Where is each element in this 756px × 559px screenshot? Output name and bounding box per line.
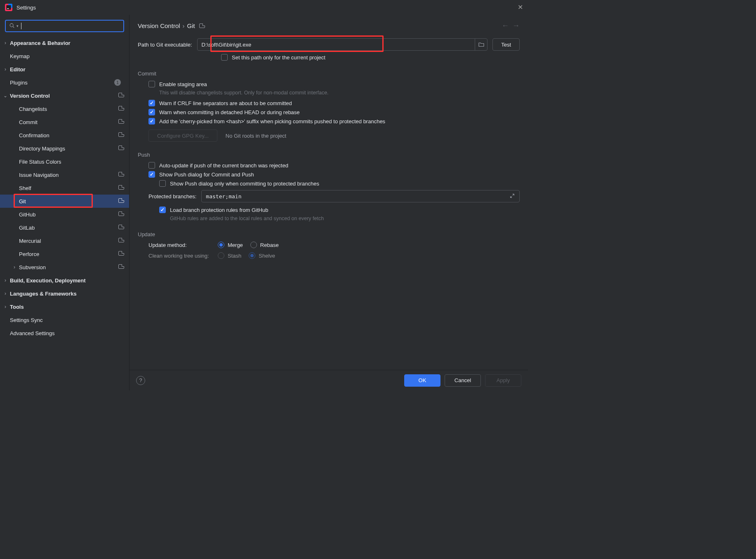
- sidebar: ▾ ›Appearance & Behavior Keymap ›Editor …: [0, 15, 130, 390]
- close-icon[interactable]: ✕: [518, 3, 523, 11]
- clean-tree-row: Clean working tree using: Stash Shelve: [148, 252, 520, 259]
- scope-icon: [118, 251, 124, 257]
- checkbox[interactable]: [148, 118, 155, 124]
- back-icon[interactable]: ←: [502, 21, 509, 30]
- breadcrumb-current: Git: [187, 22, 195, 29]
- scope-icon: [118, 211, 124, 217]
- svg-line-5: [13, 26, 14, 28]
- tree-settings-sync[interactable]: Settings Sync: [0, 313, 129, 326]
- tree-languages[interactable]: ›Languages & Frameworks: [0, 287, 129, 300]
- tree-appearance[interactable]: ›Appearance & Behavior: [0, 36, 129, 49]
- set-path-current-project-row[interactable]: Set this path only for the current proje…: [221, 54, 520, 61]
- update-method-label: Update method:: [148, 242, 210, 248]
- push-section-title: Push: [138, 152, 520, 158]
- checkbox[interactable]: [148, 109, 155, 115]
- breadcrumb: Version Control › Git: [138, 22, 205, 29]
- scope-icon: [118, 238, 124, 244]
- window-title: Settings: [16, 5, 36, 11]
- checkbox[interactable]: [148, 81, 155, 87]
- tree-vcs[interactable]: ⌄Version Control: [0, 89, 129, 102]
- content-panel: Version Control › Git ← → Path to Git ex…: [130, 15, 528, 390]
- svg-point-4: [10, 23, 13, 27]
- protected-branches-input[interactable]: master;main: [201, 190, 520, 202]
- search-icon: [9, 23, 15, 30]
- tree-file-status-colors[interactable]: File Status Colors: [0, 155, 129, 168]
- tree-plugins[interactable]: Plugins1: [0, 76, 129, 89]
- test-button[interactable]: Test: [492, 38, 520, 51]
- plugins-badge: 1: [114, 79, 121, 86]
- browse-icon[interactable]: [475, 39, 487, 50]
- tree-advanced[interactable]: Advanced Settings: [0, 326, 129, 340]
- clean-tree-label: Clean working tree using:: [148, 253, 210, 259]
- chevron-right-icon: ›: [2, 277, 8, 283]
- tree-changelists[interactable]: Changelists: [0, 102, 129, 115]
- checkbox[interactable]: [148, 100, 155, 106]
- show-push-protected-row[interactable]: Show Push dialog only when committing to…: [159, 180, 520, 187]
- warn-crlf-row[interactable]: Warn if CRLF line separators are about t…: [148, 100, 520, 106]
- tree-editor[interactable]: ›Editor: [0, 63, 129, 76]
- chevron-right-icon: ›: [2, 40, 8, 46]
- tree-subversion[interactable]: ›Subversion: [0, 261, 129, 274]
- scope-icon: [118, 106, 124, 112]
- chevron-right-icon: ›: [2, 304, 8, 310]
- checkbox[interactable]: [221, 54, 228, 61]
- tree-directory-mappings[interactable]: Directory Mappings: [0, 142, 129, 155]
- cherry-suffix-row[interactable]: Add the 'cherry-picked from <hash>' suff…: [148, 118, 520, 124]
- cancel-button[interactable]: Cancel: [445, 374, 481, 387]
- ok-button[interactable]: OK: [404, 374, 440, 387]
- checkbox[interactable]: [159, 207, 166, 213]
- scope-icon: [199, 22, 205, 29]
- breadcrumb-parent[interactable]: Version Control: [138, 22, 180, 29]
- load-rules-row[interactable]: Load branch protection rules from GitHub: [159, 207, 520, 213]
- no-roots-label: No Git roots in the project: [226, 133, 286, 139]
- chevron-right-icon: ›: [2, 66, 8, 72]
- scope-icon: [118, 264, 124, 270]
- search-dropdown-icon[interactable]: ▾: [16, 24, 19, 28]
- tree-keymap[interactable]: Keymap: [0, 49, 129, 63]
- warn-detached-row[interactable]: Warn when committing in detached HEAD or…: [148, 109, 520, 115]
- git-path-input[interactable]: [197, 38, 488, 51]
- scope-icon: [118, 119, 124, 125]
- tree-mercurial[interactable]: Mercurial: [0, 234, 129, 247]
- content-header: Version Control › Git ← →: [130, 15, 528, 30]
- scope-icon: [118, 198, 124, 204]
- tree-build[interactable]: ›Build, Execution, Deployment: [0, 274, 129, 287]
- settings-window: Settings ✕ ▾ ›Appearance & Behavior Keym…: [0, 0, 528, 390]
- tree-issue-navigation[interactable]: Issue Navigation: [0, 168, 129, 181]
- enable-staging-row[interactable]: Enable staging area: [148, 81, 520, 87]
- search-input[interactable]: ▾: [5, 20, 124, 32]
- radio-rebase[interactable]: Rebase: [250, 242, 279, 248]
- radio[interactable]: [250, 242, 257, 248]
- tree-confirmation[interactable]: Confirmation: [0, 129, 129, 142]
- tree-shelf[interactable]: Shelf: [0, 181, 129, 195]
- radio-shelve[interactable]: Shelve: [249, 252, 275, 259]
- radio[interactable]: [218, 242, 224, 248]
- tree-github[interactable]: GitHub: [0, 208, 129, 221]
- checkbox[interactable]: [159, 180, 166, 187]
- settings-tree: ›Appearance & Behavior Keymap ›Editor Pl…: [0, 36, 129, 390]
- commit-section-title: Commit: [138, 70, 520, 77]
- radio[interactable]: [218, 252, 224, 259]
- tree-tools[interactable]: ›Tools: [0, 300, 129, 313]
- checkbox[interactable]: [148, 162, 155, 169]
- tree-commit[interactable]: Commit: [0, 115, 129, 129]
- expand-icon[interactable]: [509, 193, 515, 200]
- git-path-field[interactable]: [198, 42, 475, 48]
- body: ▾ ›Appearance & Behavior Keymap ›Editor …: [0, 15, 528, 390]
- show-push-dialog-row[interactable]: Show Push dialog for Commit and Push: [148, 171, 520, 178]
- radio-merge[interactable]: Merge: [218, 242, 243, 248]
- radio-stash[interactable]: Stash: [218, 252, 241, 259]
- forward-icon[interactable]: →: [512, 21, 520, 30]
- tree-gitlab[interactable]: GitLab: [0, 221, 129, 234]
- checkbox[interactable]: [148, 171, 155, 178]
- scope-icon: [118, 185, 124, 191]
- radio[interactable]: [249, 252, 255, 259]
- auto-update-row[interactable]: Auto-update if push of the current branc…: [148, 162, 520, 169]
- help-icon[interactable]: ?: [136, 376, 145, 385]
- svg-rect-2: [6, 5, 11, 9]
- breadcrumb-sep-icon: ›: [183, 22, 185, 29]
- tree-perforce[interactable]: Perforce: [0, 247, 129, 261]
- chevron-right-icon: ›: [12, 264, 17, 270]
- tree-git[interactable]: Git: [0, 195, 129, 208]
- scope-icon: [118, 93, 124, 99]
